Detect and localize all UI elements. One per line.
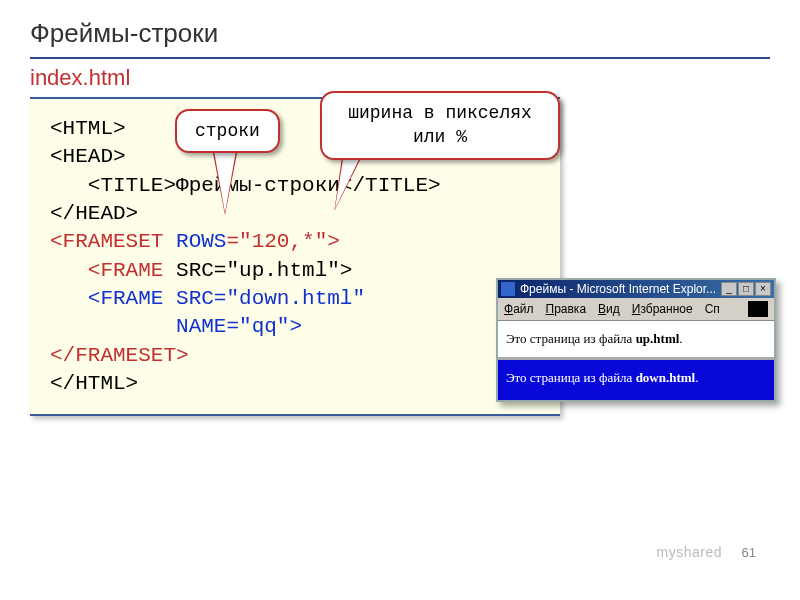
callout-tail [213,145,237,213]
menu-edit[interactable]: Правка [546,302,587,316]
window-buttons: _ □ × [721,282,771,296]
code-text: ="120,*"> [226,230,339,253]
down-text: Это страница из файла [506,370,636,385]
code-block: <HTML> <HEAD> <TITLE>Фреймы-строки</TITL… [30,97,560,416]
code-text: <HTML> [50,117,126,140]
up-text-end: . [679,331,682,346]
code-text: SRC="up.html"> [163,259,352,282]
menu-view[interactable]: Вид [598,302,620,316]
code-text: </HEAD> [50,202,138,225]
menu-favorites[interactable]: Избранное [632,302,693,316]
maximize-button[interactable]: □ [738,282,754,296]
menu-file[interactable]: Файл [504,302,534,316]
down-filename: down.html [636,370,696,385]
down-frame: Это страница из файла down.html. [498,360,774,400]
page-number: 61 [742,545,756,560]
code-text [163,230,176,253]
up-text: Это страница из файла [506,331,636,346]
callout-width: ширина в пикселях или % [320,91,560,160]
down-text-end: . [695,370,698,385]
watermark: myshared [657,544,722,560]
close-button[interactable]: × [755,282,771,296]
code-text: <TITLE> [88,174,176,197]
browser-menubar: Файл Правка Вид Избранное Сп [498,298,774,321]
minimize-button[interactable]: _ [721,282,737,296]
ie-icon [501,282,515,296]
code-text: <HEAD> [50,145,126,168]
code-keyword: </FRAMESET> [50,344,189,367]
browser-window: Фреймы - Microsoft Internet Explor... _ … [496,278,776,402]
up-frame: Это страница из файла up.html. [498,321,774,360]
menu-more[interactable]: Сп [705,302,720,316]
code-keyword: <FRAME [88,259,164,282]
title-underline [30,57,770,59]
up-filename: up.html [636,331,680,346]
code-text: <FRAME SRC="down.html" [88,287,365,310]
code-text: </HTML> [50,372,138,395]
code-text: Фреймы-строки [176,174,340,197]
code-keyword: <FRAMESET [50,230,163,253]
callout-rows: строки [175,109,280,153]
browser-titlebar: Фреймы - Microsoft Internet Explor... _ … [498,280,774,298]
window-title: Фреймы - Microsoft Internet Explor... [520,282,716,296]
code-keyword: ROWS [176,230,226,253]
ie-logo-icon [748,301,768,317]
code-text: NAME="qq"> [176,315,302,338]
page-title: Фреймы-строки [0,0,800,57]
